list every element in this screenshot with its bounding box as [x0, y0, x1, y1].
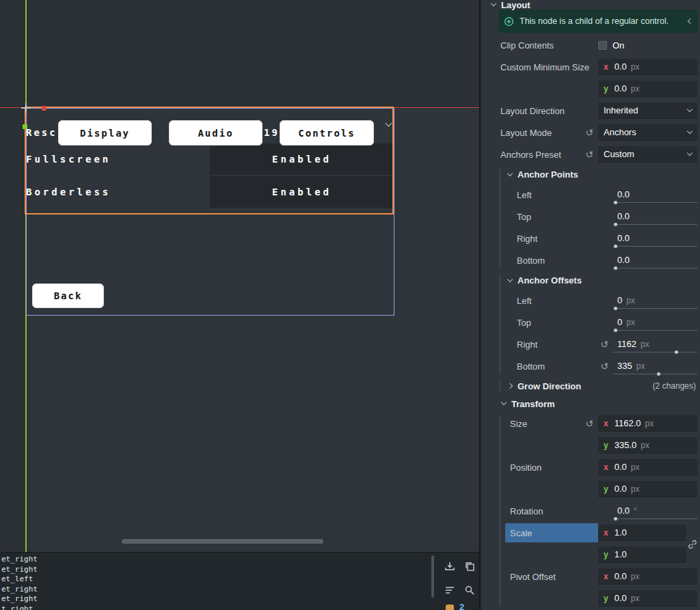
- row-custom-min-size-x: Custom Minimum Size x 0.0 px: [482, 56, 700, 78]
- revert-icon[interactable]: ↺: [598, 361, 610, 372]
- custom-min-size-x-field[interactable]: x 0.0 px: [598, 59, 697, 75]
- slider-grabber[interactable]: [614, 329, 617, 332]
- layout-direction-label: Layout Direction: [500, 106, 598, 116]
- row-anchor-point-left: Left 0.0: [482, 184, 700, 206]
- size-y-field[interactable]: y 335.0 px: [598, 437, 697, 454]
- row-clip-contents: Clip Contents On: [482, 34, 700, 56]
- anchor-offset-left-slider[interactable]: 0 px: [613, 292, 697, 309]
- selection-box[interactable]: [25, 107, 394, 214]
- banner-text: This node is a child of a regular contro…: [520, 16, 683, 26]
- layout-mode-label: Layout Mode: [500, 128, 583, 138]
- row-pivot-y: y 0.0 px: [482, 587, 700, 609]
- copy-icon: [464, 561, 475, 572]
- layout-info-banner[interactable]: This node is a child of a regular contro…: [498, 10, 698, 33]
- viewport-2d[interactable]: Enabled Enabled Resc 19 Display Audio Co…: [0, 0, 481, 552]
- scale-link-icon[interactable]: [687, 539, 698, 550]
- layout-mode-dropdown[interactable]: Anchors: [598, 124, 697, 141]
- anchor-point-left-slider[interactable]: 0.0: [613, 186, 697, 203]
- revert-icon[interactable]: ↺: [583, 127, 595, 138]
- warning-icon: [446, 605, 454, 610]
- anchor-points-header[interactable]: Anchor Points: [482, 165, 700, 184]
- custom-min-size-label: Custom Minimum Size: [500, 62, 598, 72]
- back-button[interactable]: Back: [32, 283, 104, 308]
- anchors-preset-dropdown[interactable]: Custom: [598, 146, 697, 163]
- axis-x-badge: x: [604, 462, 608, 472]
- anchor-handle-red[interactable]: [42, 106, 46, 111]
- clip-contents-checkbox[interactable]: [598, 41, 607, 50]
- anchors-preset-label: Anchors Preset: [500, 150, 583, 160]
- output-scrollbar[interactable]: [431, 555, 434, 598]
- download-log-button[interactable]: [443, 559, 457, 573]
- slider-grabber[interactable]: [614, 245, 617, 248]
- slider-grabber[interactable]: [614, 307, 617, 310]
- anchor-point-right-slider[interactable]: 0.0: [613, 230, 697, 247]
- row-size-y: y 335.0 px: [482, 434, 700, 456]
- custom-min-size-y-field[interactable]: y 0.0 px: [598, 81, 697, 97]
- horizontal-scrollbar[interactable]: [122, 539, 323, 544]
- revert-icon[interactable]: ↺: [583, 149, 595, 160]
- row-anchor-point-top: Top 0.0: [482, 206, 700, 227]
- rotation-label: Rotation: [510, 506, 613, 516]
- output-panel: et_right et_right et_left et_right et_ri…: [0, 552, 481, 610]
- axis-x-badge: x: [604, 62, 608, 72]
- anchor-points-group: Anchor Points Left 0.0 Top 0.0 Right 0.0…: [482, 165, 700, 271]
- chevron-right-icon: [507, 383, 513, 389]
- section-transform[interactable]: Transform: [482, 395, 700, 413]
- layout-direction-dropdown[interactable]: Inherited: [598, 102, 697, 119]
- search-icon: [464, 585, 475, 596]
- slider-grabber[interactable]: [614, 201, 617, 204]
- row-rotation: Rotation 0.0 °: [482, 500, 700, 522]
- clip-contents-label: Clip Contents: [500, 40, 598, 51]
- position-x-field[interactable]: x 0.0 px: [598, 459, 697, 475]
- size-label: Size: [510, 419, 583, 429]
- changes-note: (2 changes): [653, 381, 697, 391]
- row-anchor-offset-left: Left 0 px: [482, 290, 700, 311]
- row-anchor-offset-top: Top 0 px: [482, 311, 700, 333]
- revert-icon[interactable]: ↺: [598, 339, 610, 350]
- copy-log-button[interactable]: [463, 559, 476, 573]
- slider-grabber[interactable]: [675, 350, 678, 354]
- transform-group: Size ↺ x 1162.0 px y 335.0 px Positio: [482, 413, 700, 609]
- row-scale-y: y 1.0: [482, 544, 700, 566]
- revert-icon[interactable]: ↺: [583, 418, 595, 429]
- anchor-handle-green[interactable]: [23, 124, 27, 129]
- axis-y-badge: y: [604, 441, 608, 450]
- scale-y-field[interactable]: y 1.0: [598, 546, 686, 563]
- grow-direction-header[interactable]: Grow Direction (2 changes): [482, 377, 700, 395]
- pivot-x-field[interactable]: x 0.0 px: [598, 568, 697, 585]
- row-custom-min-size-y: y 0.0 px: [482, 78, 700, 100]
- output-lines: et_right et_right et_left et_right et_ri…: [1, 555, 38, 610]
- row-size-x: Size ↺ x 1162.0 px: [482, 413, 700, 434]
- rotation-slider[interactable]: 0.0 °: [613, 503, 697, 519]
- anchor-point-top-slider[interactable]: 0.0: [613, 208, 697, 225]
- search-log-button[interactable]: [463, 583, 476, 597]
- anchor-offset-bottom-slider[interactable]: 335 px: [613, 358, 697, 374]
- slider-grabber[interactable]: [657, 372, 660, 376]
- pivot-crosshair-icon[interactable]: [21, 103, 31, 113]
- slider-grabber[interactable]: [614, 223, 617, 226]
- anchor-point-bottom-slider[interactable]: 0.0: [613, 252, 697, 268]
- filter-messages-button[interactable]: [443, 583, 457, 597]
- size-x-field[interactable]: x 1162.0 px: [598, 415, 697, 432]
- row-anchor-point-right: Right 0.0: [482, 227, 700, 249]
- chevron-down-icon: [507, 276, 513, 281]
- slider-grabber[interactable]: [614, 266, 617, 270]
- scale-x-field[interactable]: x 1.0: [598, 525, 686, 541]
- position-label: Position: [510, 462, 598, 473]
- axis-y-badge: y: [604, 84, 608, 94]
- inspector-panel: Layout This node is a child of a regular…: [482, 0, 700, 610]
- pivot-y-field[interactable]: y 0.0 px: [598, 590, 697, 607]
- slider-grabber[interactable]: [614, 517, 617, 521]
- collapse-banner-icon[interactable]: [688, 18, 693, 24]
- scale-label-selected[interactable]: Scale: [505, 523, 598, 542]
- anchor-offset-top-slider[interactable]: 0 px: [613, 314, 697, 331]
- axis-x-badge: x: [604, 419, 608, 428]
- anchor-offsets-header[interactable]: Anchor Offsets: [482, 271, 700, 290]
- anchor-offset-right-slider[interactable]: 1162 px: [613, 336, 697, 352]
- row-anchor-point-bottom: Bottom 0.0: [482, 249, 700, 271]
- download-icon: [444, 561, 455, 572]
- grow-direction-group: Grow Direction (2 changes): [482, 377, 700, 395]
- row-layout-direction: Layout Direction Inherited: [482, 100, 700, 122]
- section-layout[interactable]: Layout: [482, 0, 700, 10]
- position-y-field[interactable]: y 0.0 px: [598, 481, 697, 497]
